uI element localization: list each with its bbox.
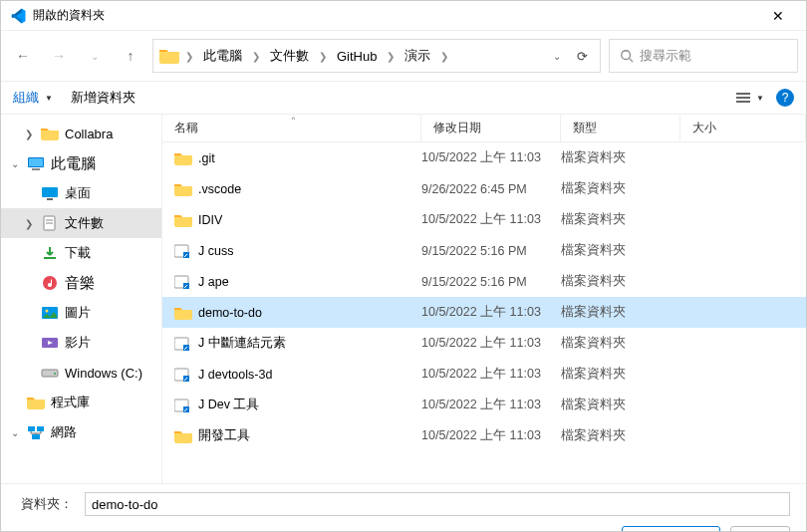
sidebar-item-1[interactable]: ⌄此電腦 — [1, 148, 161, 178]
svg-rect-6 — [29, 158, 43, 166]
back-button[interactable]: ← — [9, 42, 37, 70]
chevron-right-icon[interactable]: ❯ — [250, 51, 262, 62]
sidebar-item-4[interactable]: 下載 — [1, 238, 161, 268]
file-row[interactable]: IDIV10/5/2022 上午 11:03檔案資料夾 — [162, 204, 806, 235]
file-name: J Dev 工具 — [198, 397, 259, 413]
forward-button[interactable]: → — [45, 42, 73, 70]
column-header: 名稱^ 修改日期 類型 大小 — [162, 115, 806, 142]
crumb-0[interactable]: 此電腦 — [199, 45, 246, 67]
file-name: 開發工具 — [198, 427, 250, 444]
svg-rect-7 — [32, 168, 40, 170]
chevron-right-icon[interactable]: ❯ — [317, 51, 329, 62]
svg-rect-8 — [42, 187, 58, 197]
file-date: 10/5/2022 上午 11:03 — [421, 304, 561, 321]
crumb-2[interactable]: GitHub — [333, 47, 381, 66]
sidebar: ❯Collabra⌄此電腦桌面❯文件數下載音樂圖片影片Windows (C:)程… — [1, 115, 162, 483]
file-row[interactable]: 開發工具10/5/2022 上午 11:03檔案資料夾 — [162, 420, 806, 451]
sidebar-item-label: Collabra — [65, 127, 113, 141]
file-name: .vscode — [198, 182, 241, 196]
file-name: demo-to-do — [198, 306, 262, 320]
help-button[interactable]: ? — [776, 89, 794, 107]
sidebar-item-label: Windows (C:) — [65, 366, 142, 381]
sidebar-item-0[interactable]: ❯Collabra — [1, 119, 161, 148]
sidebar-item-5[interactable]: 音樂 — [1, 268, 161, 298]
view-options-button[interactable]: ▼ — [734, 91, 764, 105]
new-folder-button[interactable]: 新增資料夾 — [71, 89, 135, 107]
search-input[interactable]: 搜尋示範 — [609, 39, 798, 73]
column-type[interactable]: 類型 — [561, 115, 680, 141]
folder-icon — [174, 212, 192, 228]
sidebar-item-6[interactable]: 圖片 — [1, 298, 161, 328]
file-type: 檔案資料夾 — [561, 273, 680, 290]
bottom-panel: 資料夾： 選擇資料夾 取消 — [1, 483, 806, 532]
crumb-3[interactable]: 演示 — [401, 45, 434, 67]
sidebar-item-label: 桌面 — [65, 184, 91, 202]
cancel-button[interactable]: 取消 — [730, 526, 790, 532]
expand-icon[interactable]: ⌄ — [9, 158, 21, 169]
svg-rect-20 — [28, 426, 35, 431]
select-folder-button[interactable]: 選擇資料夾 — [622, 526, 720, 532]
svg-point-19 — [54, 373, 56, 375]
file-list: 名稱^ 修改日期 類型 大小 .git10/5/2022 上午 11:03檔案資… — [162, 115, 806, 483]
chevron-right-icon[interactable]: ❯ — [438, 51, 450, 62]
pc-icon — [27, 155, 45, 171]
close-button[interactable]: ✕ — [758, 8, 798, 24]
recent-dropdown[interactable]: ⌄ — [81, 42, 109, 70]
sidebar-item-10[interactable]: ⌄網路 — [1, 417, 161, 447]
folder-icon — [174, 305, 192, 321]
column-size[interactable]: 大小 — [680, 115, 806, 141]
svg-point-16 — [46, 310, 49, 313]
sidebar-item-label: 音樂 — [65, 274, 95, 293]
breadcrumb-dropdown[interactable]: ⌄ — [547, 51, 567, 62]
documents-icon — [41, 215, 59, 231]
folder-name-input[interactable] — [85, 492, 790, 516]
sidebar-item-label: 此電腦 — [51, 154, 96, 173]
folder-icon — [41, 126, 59, 141]
expand-icon[interactable]: ⌄ — [9, 427, 21, 438]
content-area: ❯Collabra⌄此電腦桌面❯文件數下載音樂圖片影片Windows (C:)程… — [1, 115, 806, 483]
desktop-icon — [41, 185, 59, 201]
file-row[interactable]: .vscode9/26/2022 6:45 PM檔案資料夾 — [162, 173, 806, 204]
file-row[interactable]: J cuss9/15/2022 5:16 PM檔案資料夾 — [162, 235, 806, 266]
up-button[interactable]: ↑ — [117, 42, 144, 70]
file-date: 9/26/2022 6:45 PM — [421, 182, 561, 196]
shortcut-icon — [174, 243, 192, 259]
crumb-1[interactable]: 文件數 — [266, 45, 313, 67]
chevron-right-icon[interactable]: ❯ — [385, 51, 397, 62]
sidebar-item-7[interactable]: 影片 — [1, 328, 161, 358]
chevron-right-icon[interactable]: ❯ — [183, 51, 195, 62]
file-row[interactable]: demo-to-do10/5/2022 上午 11:03檔案資料夾 — [162, 297, 806, 328]
sidebar-item-2[interactable]: 桌面 — [1, 178, 161, 208]
sidebar-item-8[interactable]: Windows (C:) — [1, 358, 161, 388]
sidebar-item-label: 程式庫 — [51, 394, 90, 411]
shortcut-icon — [174, 274, 192, 290]
breadcrumb[interactable]: ❯ 此電腦 ❯ 文件數 ❯ GitHub ❯ 演示 ❯ ⌄ ⟳ — [152, 39, 601, 73]
title-bar: 開啟的資料夾 ✕ — [1, 1, 806, 31]
refresh-button[interactable]: ⟳ — [571, 49, 594, 64]
downloads-icon — [41, 245, 59, 261]
expand-icon[interactable]: ❯ — [23, 218, 35, 229]
file-date: 10/5/2022 上午 11:03 — [421, 366, 561, 383]
file-row[interactable]: J ape9/15/2022 5:16 PM檔案資料夾 — [162, 266, 806, 297]
column-date[interactable]: 修改日期 — [421, 115, 561, 141]
expand-icon[interactable]: ❯ — [23, 129, 35, 139]
file-row[interactable]: J devtools-3d10/5/2022 上午 11:03檔案資料夾 — [162, 359, 806, 390]
videos-icon — [41, 335, 59, 351]
libraries-icon — [27, 395, 45, 410]
sidebar-item-3[interactable]: ❯文件數 — [1, 208, 161, 238]
file-name: J 中斷連結元素 — [198, 335, 286, 352]
file-row[interactable]: .git10/5/2022 上午 11:03檔案資料夾 — [162, 142, 806, 173]
file-row[interactable]: J 中斷連結元素10/5/2022 上午 11:03檔案資料夾 — [162, 328, 806, 359]
file-row[interactable]: J Dev 工具10/5/2022 上午 11:03檔案資料夾 — [162, 390, 806, 420]
sidebar-item-label: 文件數 — [65, 214, 104, 232]
file-type: 檔案資料夾 — [561, 304, 680, 321]
sidebar-item-label: 下載 — [65, 244, 91, 262]
shortcut-icon — [174, 336, 192, 352]
svg-rect-22 — [32, 434, 40, 439]
shortcut-icon — [174, 398, 192, 413]
sidebar-item-9[interactable]: 程式庫 — [1, 388, 161, 417]
folder-input-line: 資料夾： — [17, 492, 790, 516]
organize-menu[interactable]: 組織 ▼ — [13, 89, 53, 107]
vscode-icon — [9, 7, 27, 25]
column-name[interactable]: 名稱^ — [162, 115, 421, 141]
